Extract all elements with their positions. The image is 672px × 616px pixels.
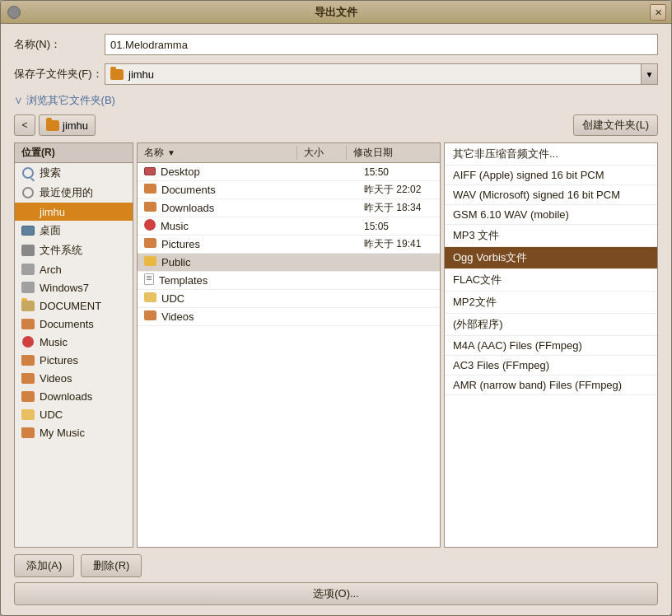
- table-row[interactable]: Pictures 昨天于 19:41: [138, 236, 440, 254]
- col-name[interactable]: 名称 ▼: [138, 146, 296, 160]
- close-button[interactable]: ✕: [650, 4, 666, 21]
- sidebar-item-pictures[interactable]: Pictures: [15, 351, 133, 369]
- dialog-title: 导出文件: [315, 5, 357, 20]
- options-button[interactable]: 选项(O)...: [14, 582, 658, 605]
- file-icon: [144, 238, 156, 250]
- sidebar-item-videos[interactable]: Videos: [15, 369, 133, 387]
- save-folder-select[interactable]: jimhu ▼: [105, 63, 658, 85]
- file-list-header: 名称 ▼ 大小 修改日期: [138, 143, 440, 163]
- dialog-body: 名称(N)： 保存子文件夹(F)： jimhu ▼ ∨ 浏览其它文件夹(B) <…: [1, 24, 671, 615]
- file-date: 15:50: [357, 166, 440, 178]
- search-icon: [21, 166, 35, 180]
- format-item-other[interactable]: 其它非压缩音频文件...: [445, 143, 657, 166]
- format-item-ogg[interactable]: Ogg Vorbis文件: [445, 247, 657, 269]
- file-date: 15:05: [357, 221, 440, 232]
- udc-icon: [21, 408, 35, 421]
- document-folder-icon: [21, 299, 35, 312]
- name-row: 名称(N)：: [14, 34, 658, 55]
- location-header: 位置(R): [15, 143, 133, 163]
- nav-left: < jimhu: [14, 114, 96, 136]
- file-list: 名称 ▼ 大小 修改日期 Desktop 15:50: [137, 142, 441, 548]
- music-icon: [21, 335, 35, 348]
- add-button[interactable]: 添加(A): [14, 554, 74, 577]
- name-input[interactable]: [105, 34, 658, 55]
- save-folder-value: jimhu: [128, 68, 154, 81]
- sidebar-item-desktop[interactable]: 桌面: [15, 221, 133, 240]
- sidebar: 位置(R) 搜索 最近使用的: [14, 142, 133, 548]
- file-name: Public: [161, 256, 190, 268]
- table-row[interactable]: Downloads 昨天于 18:34: [138, 199, 440, 217]
- file-icon: [144, 219, 156, 233]
- format-item-flac[interactable]: FLAC文件: [445, 269, 657, 292]
- col-size[interactable]: 大小: [296, 146, 346, 160]
- windows7-icon: [21, 281, 35, 294]
- format-item-aiff[interactable]: AIFF (Apple) signed 16 bit PCM: [445, 166, 657, 185]
- sidebar-item-label: Pictures: [40, 354, 78, 366]
- sidebar-item-mymusic[interactable]: My Music: [15, 423, 133, 441]
- sidebar-item-arch[interactable]: Arch: [15, 260, 133, 278]
- sidebar-item-label: jimhu: [40, 206, 65, 218]
- bottom-bar: 添加(A) 删除(R): [14, 554, 658, 577]
- sidebar-item-search[interactable]: 搜索: [15, 163, 133, 183]
- pictures-icon: [21, 353, 35, 366]
- sidebar-item-label: UDC: [40, 408, 63, 421]
- downloads-icon: [21, 390, 35, 403]
- format-item-mp3[interactable]: MP3 文件: [445, 225, 657, 247]
- file-name: UDC: [161, 292, 184, 305]
- sidebar-item-documents[interactable]: Documents: [15, 315, 133, 333]
- sidebar-item-label: Music: [40, 336, 68, 348]
- file-icon: [144, 166, 156, 178]
- create-folder-button[interactable]: 创建文件夹(L): [573, 114, 658, 136]
- file-name: Templates: [159, 274, 208, 287]
- table-row[interactable]: UDC: [138, 290, 440, 308]
- col-date[interactable]: 修改日期: [346, 146, 428, 160]
- current-folder-icon: [46, 120, 59, 131]
- table-row[interactable]: Public: [138, 254, 440, 272]
- file-icon: [144, 273, 154, 287]
- desktop-icon: [21, 224, 35, 237]
- options-bar: 选项(O)...: [14, 582, 658, 605]
- format-item-mp2[interactable]: MP2文件: [445, 292, 657, 314]
- file-date: 昨天于 18:34: [357, 201, 440, 215]
- file-name: Desktop: [161, 166, 200, 178]
- file-name: Downloads: [161, 202, 214, 214]
- sidebar-item-label: 搜索: [40, 166, 61, 180]
- sidebar-item-recent[interactable]: 最近使用的: [15, 183, 133, 203]
- table-row[interactable]: Music 15:05: [138, 217, 440, 236]
- file-list-scroll[interactable]: Desktop 15:50 Documents 昨天于 22:02: [138, 163, 440, 547]
- sidebar-item-filesystem[interactable]: 文件系统: [15, 240, 133, 260]
- sidebar-item-windows7[interactable]: Windows7: [15, 278, 133, 296]
- format-item-ext[interactable]: (外部程序): [445, 314, 657, 336]
- sidebar-item-label: My Music: [40, 427, 85, 439]
- table-row[interactable]: Videos: [138, 308, 440, 326]
- documents-icon: [21, 317, 35, 330]
- sidebar-item-jimhu[interactable]: jimhu: [15, 203, 133, 221]
- file-date: 昨天于 22:02: [357, 183, 440, 197]
- format-item-amr[interactable]: AMR (narrow band) Files (FFmpeg): [445, 376, 657, 395]
- format-item-m4a[interactable]: M4A (AAC) Files (FFmpeg): [445, 336, 657, 356]
- table-row[interactable]: Templates: [138, 272, 440, 290]
- current-folder[interactable]: jimhu: [39, 114, 96, 136]
- sidebar-item-label: 最近使用的: [40, 185, 93, 200]
- remove-button[interactable]: 删除(R): [81, 554, 142, 577]
- table-row[interactable]: Documents 昨天于 22:02: [138, 181, 440, 199]
- sidebar-item-udc[interactable]: UDC: [15, 405, 133, 423]
- filesystem-icon: [21, 244, 35, 257]
- titlebar-icon: [7, 6, 21, 19]
- nav-bar: < jimhu 创建文件夹(L): [14, 114, 658, 136]
- videos-icon: [21, 371, 35, 385]
- format-item-gsm[interactable]: GSM 6.10 WAV (mobile): [445, 205, 657, 225]
- file-name: Pictures: [161, 238, 200, 250]
- sidebar-item-label: 桌面: [40, 223, 61, 238]
- folder-icon: [110, 69, 124, 80]
- format-item-wav[interactable]: WAV (Microsoft) signed 16 bit PCM: [445, 185, 657, 205]
- browse-toggle[interactable]: ∨ 浏览其它文件夹(B): [14, 93, 115, 108]
- format-item-ac3[interactable]: AC3 Files (FFmpeg): [445, 356, 657, 376]
- sidebar-item-document[interactable]: DOCUMENT: [15, 296, 133, 315]
- sidebar-item-label: DOCUMENT: [40, 300, 101, 312]
- back-button[interactable]: <: [14, 114, 35, 136]
- sidebar-item-music[interactable]: Music: [15, 333, 133, 351]
- table-row[interactable]: Desktop 15:50: [138, 163, 440, 181]
- sidebar-item-label: Videos: [40, 372, 72, 385]
- sidebar-item-downloads[interactable]: Downloads: [15, 387, 133, 405]
